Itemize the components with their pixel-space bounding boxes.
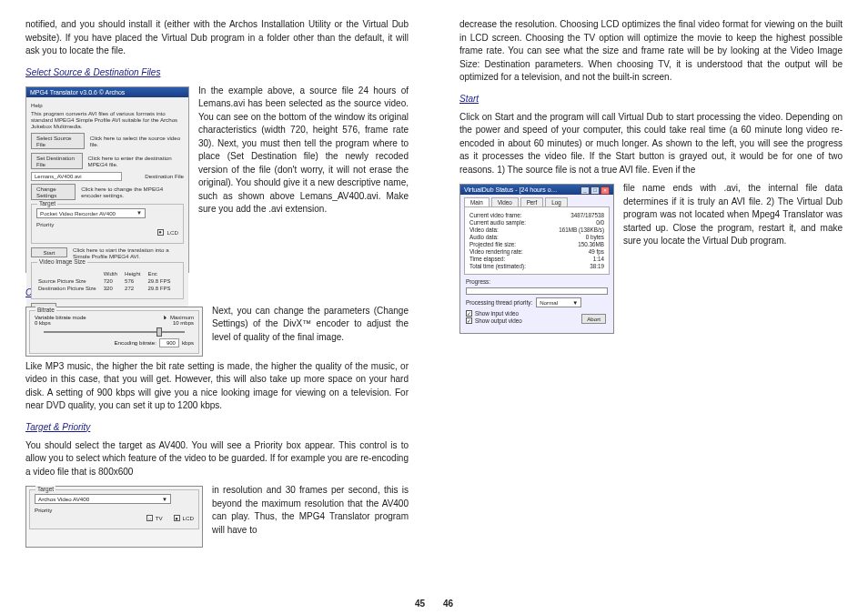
select-priority[interactable]: Normal▼ bbox=[536, 297, 581, 307]
hint-set-destination: Click here to enter the destination MPEG… bbox=[88, 155, 184, 167]
figure-target: Target Archos Video AV400 ▼ Priority ○ T… bbox=[25, 486, 203, 548]
hint-select-source: Click here to select the source video fi… bbox=[90, 135, 184, 147]
vdub-tabs: Main Video Perf Log bbox=[460, 195, 613, 206]
heading-select-source: Select Source & Destination Files bbox=[25, 67, 409, 77]
p-target-a: You should select the target as AV400. Y… bbox=[25, 439, 409, 479]
figure-bitrate: Bitrate Variable bitrate mode ⏵ Maximum … bbox=[25, 307, 203, 357]
mpg4-titlebar: MPG4 Translator v3.0.6 © Archos bbox=[26, 87, 188, 97]
group-target2: Target Archos Video AV400 ▼ Priority ○ T… bbox=[29, 489, 199, 529]
bitrate-slider[interactable] bbox=[44, 331, 185, 333]
mpg4-title: MPG4 Translator v3.0.6 © Archos bbox=[30, 89, 125, 96]
checkbox-show-input[interactable]: ✓ bbox=[466, 310, 472, 317]
heading-start: Start bbox=[459, 94, 843, 104]
label-priority2: Priority bbox=[35, 507, 194, 513]
label-bitrate-unit: kbps bbox=[182, 339, 194, 346]
vdub-titlebar: VirtualDub Status - [24 hours o… _ □ × bbox=[460, 185, 613, 195]
label-tv: TV bbox=[156, 515, 163, 521]
section-vdub: VirtualDub Status - [24 hours o… _ □ × M… bbox=[459, 182, 843, 337]
btn-change-settings[interactable]: Change Settings bbox=[31, 184, 76, 200]
bitrate-hi: 10 mbps bbox=[173, 320, 194, 326]
select-target[interactable]: Pocket Video Recorder AV400 ▼ bbox=[36, 208, 146, 218]
field-bitrate-value[interactable]: 900 bbox=[159, 338, 179, 347]
label-priority: Priority bbox=[36, 221, 54, 227]
label-progress: Progress: bbox=[466, 278, 608, 285]
label-destination-file: Destination File bbox=[145, 173, 184, 179]
row-dest: Destination Picture Size bbox=[38, 286, 102, 291]
tab-video[interactable]: Video bbox=[491, 197, 519, 206]
select-target2-value: Archos Video AV400 bbox=[38, 496, 89, 502]
group-target-label: Target bbox=[37, 200, 57, 206]
p-right-2: Click on Start and the program will call… bbox=[459, 111, 843, 177]
bitrate-lo: 0 kbps bbox=[35, 320, 51, 326]
group-video-image-size: Video Image Size Width Height Enc Source… bbox=[31, 262, 184, 299]
label-thread-priority: Processing thread priority: bbox=[466, 299, 532, 306]
group-bitrate: Bitrate Variable bitrate mode ⏵ Maximum … bbox=[29, 310, 199, 354]
radio-lcd2[interactable]: ● bbox=[174, 515, 180, 521]
page-number-left: 45 bbox=[415, 599, 425, 609]
maximize-icon[interactable]: □ bbox=[590, 186, 600, 195]
checkbox-show-output[interactable]: ✓ bbox=[466, 317, 472, 324]
chevron-down-icon: ▼ bbox=[572, 300, 578, 306]
label-lcd: LCD bbox=[167, 229, 178, 236]
radio-tv[interactable]: ○ bbox=[146, 515, 153, 521]
vdub-body: Current video frame:3487/187538 Current … bbox=[464, 206, 610, 275]
field-destination-file[interactable]: Lemans_AV400.avi bbox=[31, 172, 122, 181]
group-vis-label: Video Image Size bbox=[37, 258, 87, 265]
vis-table: Width Height Enc Source Picture Size 720… bbox=[36, 269, 177, 293]
p-change-settings-b: Like MP3 music, the higher the bit rate … bbox=[25, 360, 409, 413]
select-target-value: Pocket Video Recorder AV400 bbox=[40, 210, 116, 216]
hint-start: Click here to start the translation into… bbox=[73, 247, 184, 259]
col-height: Height bbox=[125, 271, 146, 277]
intro-paragraph: notified, and you should install it (eit… bbox=[25, 18, 409, 58]
page-number-right: 46 bbox=[443, 599, 453, 609]
p-right-1: decrease the resolution. Choosing LCD op… bbox=[459, 18, 843, 85]
group-bitrate-label: Bitrate bbox=[35, 307, 56, 313]
close-icon[interactable]: × bbox=[601, 186, 610, 195]
vdub-title: VirtualDub Status - [24 hours o… bbox=[464, 186, 558, 193]
chevron-down-icon: ▼ bbox=[162, 497, 167, 502]
btn-abort[interactable]: Abort bbox=[581, 314, 606, 324]
figure-mpg4-translator: MPG4 Translator v3.0.6 © Archos Help Thi… bbox=[25, 86, 189, 273]
tab-perf[interactable]: Perf bbox=[520, 197, 544, 206]
label-lcd2: LCD bbox=[183, 515, 194, 521]
chevron-down-icon: ▼ bbox=[136, 210, 142, 216]
progress-bar bbox=[466, 287, 608, 295]
menu-help[interactable]: Help bbox=[31, 102, 184, 108]
mpg4-desc: This program converts AVI files of vario… bbox=[31, 110, 184, 129]
page-right: decrease the resolution. Choosing LCD op… bbox=[434, 0, 868, 614]
row-source: Source Picture Size bbox=[38, 278, 102, 284]
section-bitrate: Bitrate Variable bitrate mode ⏵ Maximum … bbox=[25, 305, 409, 360]
heading-target-priority: Target & Priority bbox=[25, 422, 409, 432]
hint-change-settings: Click here to change the MPEG4 encoder s… bbox=[81, 186, 184, 198]
btn-select-source[interactable]: Select Source File bbox=[31, 133, 85, 149]
tab-log[interactable]: Log bbox=[545, 197, 568, 206]
group-target2-label: Target bbox=[35, 486, 56, 492]
group-target: Target Pocket Video Recorder AV400 ▼ Pri… bbox=[31, 204, 184, 244]
figure-virtualdub-status: VirtualDub Status - [24 hours o… _ □ × M… bbox=[459, 184, 614, 334]
label-encoding-bitrate: Encoding bitrate: bbox=[114, 339, 156, 346]
radio-lcd[interactable]: ● bbox=[157, 229, 164, 236]
btn-set-destination[interactable]: Set Destination File bbox=[31, 153, 83, 169]
section-mpg4: MPG4 Translator v3.0.6 © Archos Help Thi… bbox=[25, 85, 409, 278]
col-width: Width bbox=[104, 271, 123, 277]
slider-thumb[interactable] bbox=[156, 327, 162, 337]
section-target: Target Archos Video AV400 ▼ Priority ○ T… bbox=[25, 484, 409, 551]
minimize-icon[interactable]: _ bbox=[580, 186, 590, 195]
col-enc: Enc bbox=[147, 271, 176, 277]
tab-main[interactable]: Main bbox=[464, 197, 490, 206]
select-target2[interactable]: Archos Video AV400 ▼ bbox=[35, 494, 171, 504]
btn-start[interactable]: Start bbox=[31, 247, 67, 257]
page-left: notified, and you should install it (eit… bbox=[0, 0, 434, 614]
